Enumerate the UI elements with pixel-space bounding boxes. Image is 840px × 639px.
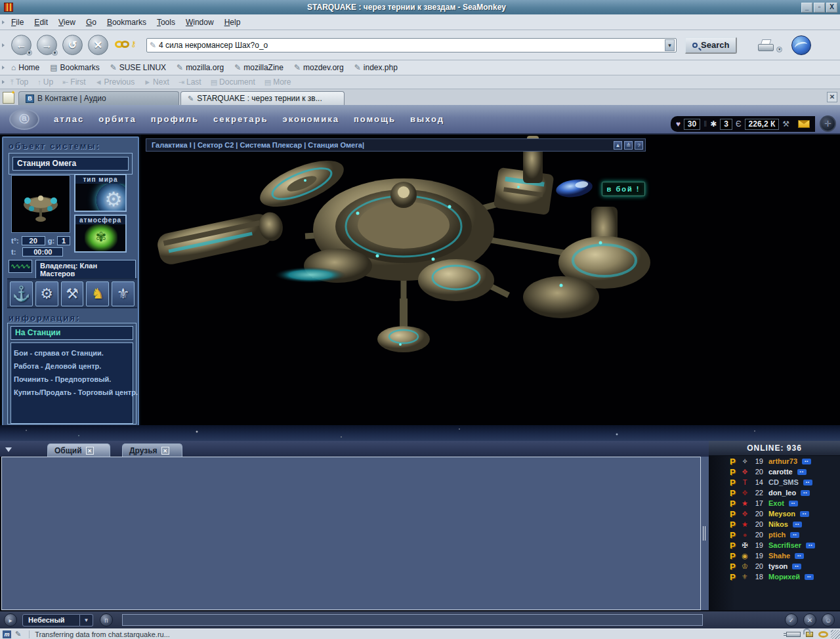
player-name[interactable]: Shahe (768, 552, 790, 560)
security-lock-icon[interactable] (806, 632, 813, 637)
private-message-icon[interactable]: ▪▪ (795, 553, 804, 559)
toolbar-grippy[interactable] (0, 75, 6, 89)
menu-item[interactable]: Help (219, 16, 246, 28)
game-nav-item[interactable]: помощь (354, 114, 396, 124)
game-logo-icon[interactable]: ⓐ (9, 109, 39, 130)
private-message-icon[interactable]: ▪▪ (792, 564, 801, 569)
chat-send-button[interactable]: ▸ (4, 613, 17, 627)
forward-dropdown[interactable]: ▾ (52, 50, 58, 56)
stop-button[interactable]: ✕ (88, 35, 108, 55)
clear-button[interactable]: ✕ (803, 613, 816, 627)
reload-button[interactable]: ↺ (62, 35, 83, 55)
game-nav-item[interactable]: профиль (151, 114, 199, 124)
menu-item[interactable]: File (6, 16, 29, 28)
player-name[interactable]: carotte (768, 468, 793, 476)
private-message-icon[interactable]: ▪▪ (793, 522, 802, 527)
chat-tab-friends[interactable]: Друзья ✕ (122, 443, 182, 457)
player-name[interactable]: ptich (768, 531, 786, 539)
channel-select[interactable]: Небесный (22, 614, 80, 627)
player-row[interactable]: P ♔ 20 tyson ▪▪ (709, 561, 840, 571)
site-nav-item[interactable]: ▤ Document (206, 77, 260, 87)
private-message-icon[interactable]: ▪▪ (800, 511, 809, 517)
minimize-button[interactable]: _ (801, 3, 812, 12)
close-icon[interactable]: ✕ (161, 447, 169, 455)
header-plus-button[interactable]: ✛ (820, 115, 836, 132)
battle-button[interactable]: в бой ! (602, 182, 645, 196)
search-button[interactable]: Search (684, 37, 737, 54)
player-name[interactable]: Meyson (768, 510, 795, 518)
player-name[interactable]: Морихей (768, 573, 800, 581)
player-row[interactable]: P ◉ 19 Shahe ▪▪ (709, 550, 840, 561)
game-nav-item[interactable]: выход (410, 114, 444, 124)
player-row[interactable]: P ❖ 20 Meyson ▪▪ (709, 508, 840, 519)
close-tab-button[interactable]: ✕ (827, 92, 837, 102)
player-row[interactable]: P ⚜ 18 Морихей ▪▪ (709, 571, 840, 582)
space-station-image[interactable] (141, 134, 840, 425)
url-history-dropdown[interactable]: ▾ (665, 39, 675, 51)
cookie-ring-icon[interactable] (818, 631, 828, 638)
forward-button[interactable]: →▾ (37, 35, 57, 55)
new-tab-icon[interactable] (3, 92, 14, 104)
channel-dropdown-icon[interactable]: ▼ (80, 614, 93, 627)
station-action-button[interactable]: ⚒ (61, 281, 84, 306)
station-action-button[interactable]: ⚓ (10, 281, 33, 306)
site-nav-item[interactable]: ⇥ Last (174, 77, 206, 87)
private-message-icon[interactable]: ▪▪ (805, 574, 814, 580)
restore-button[interactable]: ▫ (814, 3, 825, 12)
repeat-button[interactable]: п (100, 613, 113, 627)
player-name[interactable]: CD_SMS (768, 478, 799, 486)
close-icon[interactable]: ✕ (86, 447, 94, 455)
menu-item[interactable]: View (53, 16, 81, 28)
mail-icon[interactable] (798, 120, 810, 128)
bookmark-item[interactable]: ✎ mozilla.org (171, 60, 229, 75)
station-action-button[interactable]: ⚜ (112, 281, 135, 306)
chat-text-input[interactable] (122, 614, 703, 626)
station-thumbnail[interactable] (11, 175, 70, 233)
confirm-button[interactable]: ✓ (785, 613, 798, 627)
bookmark-item[interactable]: ✎ index.php (349, 60, 403, 75)
map-up-button[interactable]: ▲ (614, 141, 622, 150)
private-message-icon[interactable]: ▪▪ (801, 490, 810, 496)
tab-vkontakte[interactable]: В В Контакте | Аудио (18, 91, 179, 105)
menu-item[interactable]: Tools (152, 16, 180, 28)
private-message-icon[interactable]: ▪▪ (797, 469, 807, 475)
player-name[interactable]: don_leo (768, 489, 796, 497)
print-dropdown[interactable]: ▾ (776, 47, 782, 52)
player-row[interactable]: P ★ 17 Exot ▪▪ (709, 498, 840, 508)
chat-message-area[interactable] (1, 457, 701, 610)
player-row[interactable]: P ★ 20 Nikos ▪▪ (709, 519, 840, 529)
map-help-button[interactable]: ? (635, 141, 643, 150)
player-row[interactable]: P ✧ 19 arthur73 ▪▪ (709, 456, 840, 466)
player-row[interactable]: P ✠ 19 Sacrifiser ▪▪ (709, 540, 840, 550)
online-plug-icon[interactable] (786, 632, 801, 637)
menu-item[interactable]: Go (81, 16, 102, 28)
site-nav-item[interactable]: ◄ Previous (91, 77, 140, 87)
bookmark-item[interactable]: ▤ Bookmarks (45, 60, 104, 75)
chat-splitter[interactable] (701, 457, 709, 610)
private-message-icon[interactable]: ▪▪ (803, 480, 812, 485)
player-name[interactable]: Sacrifiser (768, 541, 801, 549)
back-button[interactable]: ←▾ (11, 35, 32, 55)
station-action-button[interactable]: ♞ (86, 281, 109, 306)
print-button[interactable] (758, 39, 775, 51)
toolbar-grippy[interactable] (0, 30, 6, 60)
url-bar[interactable]: ✎ 4 сила некромансер Шах?о_о ▾ (146, 38, 677, 52)
chat-tab-general[interactable]: Общий ✕ (47, 443, 110, 457)
bookmark-item[interactable]: ⌂ Home (6, 60, 45, 75)
url-input[interactable]: 4 сила некромансер Шах?о_о (159, 41, 665, 50)
game-nav-item[interactable]: атлас (54, 114, 84, 124)
tab-starquake[interactable]: ✎ STARQUAKE : через тернии к зв... (180, 91, 345, 105)
component-bar-icon[interactable]: m (3, 630, 11, 638)
seamonkey-throbber-icon[interactable] (791, 35, 811, 55)
private-message-icon[interactable]: ▪▪ (802, 459, 811, 464)
window-titlebar[interactable]: STARQUAKE : через тернии к звездам - Sea… (0, 0, 840, 14)
site-nav-item[interactable]: ↑ Up (33, 77, 58, 87)
player-name[interactable]: tyson (768, 562, 788, 570)
world-type-tile[interactable]: ⚙ тип мира (74, 174, 127, 212)
back-dropdown[interactable]: ▾ (26, 50, 32, 56)
toolbar-grippy[interactable] (0, 14, 6, 30)
game-nav-item[interactable]: орбита (98, 114, 136, 124)
window-resize-grip[interactable] (831, 630, 840, 639)
player-name[interactable]: Nikos (768, 520, 788, 528)
site-nav-item[interactable]: ▤ More (260, 77, 296, 87)
